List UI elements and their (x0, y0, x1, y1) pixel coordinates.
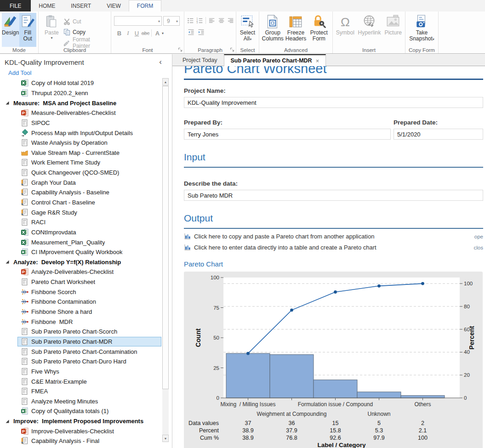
svg-text:37: 37 (245, 420, 251, 426)
underline-button[interactable]: U (132, 30, 141, 37)
ppt-file-icon: P (21, 427, 29, 435)
tree-item[interactable]: Sub Pareto Pareto Chart-Contamination (0, 346, 162, 357)
align-right-icon[interactable] (227, 17, 234, 24)
scroll-down-icon[interactable]: ▼ (162, 435, 169, 442)
tree-item[interactable]: Quick Changeover (QCO-SMED) (0, 168, 162, 178)
tree-item[interactable]: Sub Pareto Pareto Chart-MDR (17, 337, 161, 347)
select-all-button[interactable]: Select All▾ (238, 13, 257, 47)
tree-item[interactable]: PAnalyze-Deliverables-Checklist (0, 267, 162, 277)
tree-item[interactable]: PMeasure-Deliverables-Checklist (0, 108, 162, 118)
form-doc-icon (21, 139, 29, 147)
font-name-select[interactable]: ▾ (114, 16, 162, 26)
tree-item[interactable]: Fishbone Shore a hard (0, 307, 162, 317)
picture-button[interactable]: Picture (383, 13, 403, 47)
tree-item[interactable]: Fishbone MDR (0, 317, 162, 327)
tab-file[interactable]: FILE (0, 0, 31, 11)
expand-triangle-icon[interactable] (5, 101, 10, 105)
copy-paste-pareto-link[interactable]: Click here to copy and paste a Pareto ch… (184, 233, 483, 240)
prepared-date-input[interactable] (394, 129, 483, 140)
tab-form[interactable]: FORM (129, 0, 161, 11)
align-center-icon[interactable] (218, 17, 225, 24)
add-tool-link[interactable]: Add Tool (8, 69, 172, 76)
tree-item[interactable]: Waste Analysis by Operation (0, 138, 162, 148)
take-snapshot-button[interactable]: Take Snapshot▾ (407, 13, 436, 47)
align-left-icon[interactable] (208, 17, 215, 24)
tree-item[interactable]: Capability Analysis - Baseline (0, 187, 162, 198)
bullet-list-icon[interactable] (187, 17, 194, 24)
scrollbar-thumb[interactable] (162, 86, 169, 389)
enter-data-link[interactable]: Click here to enter data directly into a… (184, 244, 483, 251)
tree-item[interactable]: FMEA (0, 386, 162, 397)
bold-button[interactable]: B (115, 30, 124, 37)
tab-sub-pareto-pareto-chart-mdr[interactable]: Sub Pareto Pareto Chart-MDR × (224, 54, 326, 66)
close-tab-icon[interactable]: × (316, 57, 320, 64)
project-name-input[interactable] (184, 97, 483, 108)
describe-data-input[interactable] (184, 190, 483, 201)
tree-item[interactable]: Fishbone Contamination (0, 297, 162, 307)
design-button[interactable]: Design (2, 13, 19, 47)
tree-item[interactable]: Copy of Hold total 2019 (0, 78, 162, 88)
tree-item[interactable]: SIPOC (0, 118, 162, 128)
tree-item[interactable]: Capability Analysis - Final (0, 436, 162, 446)
indent-decrease-icon[interactable] (187, 28, 195, 36)
tree-item[interactable]: PImprove-Deliverables-Checklist (0, 426, 162, 436)
paragraph-dialog-launcher-icon[interactable] (230, 47, 234, 52)
tree-item[interactable]: Value Stream Map - CurrentState (0, 147, 162, 158)
tree-item[interactable]: Copy of Qualitydata totals (1) (0, 406, 162, 416)
tree-item[interactable]: Sub Pareto Pareto Chart-Duro Hard (0, 357, 162, 367)
tab-home[interactable]: HOME (31, 0, 63, 11)
form-doc-icon (21, 368, 29, 375)
svg-text:38.9: 38.9 (242, 427, 253, 434)
tree-section-header[interactable]: Improve: Implement Proposed Improvements (0, 416, 162, 426)
tree-section-header[interactable]: Analyze: Develop Y=f(X) Relationship (0, 257, 162, 267)
svg-text:50: 50 (213, 335, 219, 340)
tree-item[interactable]: CONtImprovdata (0, 227, 162, 238)
expand-triangle-icon[interactable] (5, 260, 10, 264)
tree-item[interactable]: Process Map with Input/Output Details (0, 128, 162, 138)
tab-insert[interactable]: INSERT (63, 0, 99, 11)
sidebar-scrollbar[interactable]: ▲ ▼ (162, 78, 169, 442)
expand-triangle-icon[interactable] (5, 419, 10, 424)
svg-text:Mixing / Milling Issues: Mixing / Milling Issues (220, 401, 275, 408)
strikethrough-button[interactable]: abc (141, 30, 150, 36)
font-color-button[interactable]: A (153, 30, 162, 37)
italic-button[interactable]: I (124, 29, 132, 37)
font-dialog-launcher-icon[interactable] (178, 47, 183, 52)
tab-view[interactable]: VIEW (99, 0, 129, 11)
tree-item[interactable]: RACI (0, 217, 162, 227)
fill-out-button[interactable]: Fill Out (19, 13, 37, 47)
format-painter-button[interactable]: Format Painter (63, 37, 109, 48)
numbered-list-icon[interactable]: 123 (196, 17, 203, 24)
tree-item-label: Measure-Deliverables-Checklist (31, 109, 116, 116)
font-size-select[interactable]: 9▾ (163, 16, 180, 26)
prepared-by-input[interactable] (184, 129, 391, 140)
ribbon-tab-bar: FILE HOME INSERT VIEW FORM (0, 0, 485, 11)
tree-item[interactable]: Five Whys (0, 367, 162, 377)
tree-item[interactable]: Pareto Chart Worksheet (0, 277, 162, 287)
tree-item[interactable]: C&E Matrix-Example (0, 376, 162, 386)
tree-item[interactable]: Fishbone Scorch (0, 287, 162, 297)
tree-item-label: Copy of Hold total 2019 (31, 79, 94, 86)
symbol-button[interactable]: Ω Symbol (335, 13, 356, 47)
tree-item[interactable]: Thruput 2020.2_kenn (0, 88, 162, 98)
tree-item[interactable]: Work Element Time Study (0, 158, 162, 168)
tree-item[interactable]: Control Chart - Baseline (0, 198, 162, 208)
protect-form-button[interactable]: Protect Form (308, 13, 331, 47)
paste-button[interactable]: Paste ▾ (40, 13, 63, 47)
collapse-panel-icon[interactable]: ‹ (159, 59, 162, 65)
tree-item[interactable]: Graph Your Data (0, 177, 162, 187)
tree-item[interactable]: Sub Pareto Pareto Chart-Scorch (0, 327, 162, 337)
tree-item[interactable]: CI IMprovement Quality Workbook (0, 247, 162, 257)
tree-item[interactable]: Analyze Meeting Minutes (0, 397, 162, 407)
tree-item[interactable]: Gage R&R Study (0, 207, 162, 217)
tab-project-today[interactable]: Project Today (176, 54, 224, 66)
freeze-headers-button[interactable]: Freeze Headers (284, 13, 307, 47)
group-columns-button[interactable]: Group Columns (261, 13, 284, 47)
hyperlink-button[interactable]: Hyperlink (356, 13, 383, 47)
tree-item[interactable]: Measurement_Plan_Quality (0, 237, 162, 247)
tree-section-header[interactable]: Measure: MSA and Project Baseline (0, 98, 162, 108)
scroll-up-icon[interactable]: ▲ (162, 78, 169, 85)
cut-button[interactable]: Cut (63, 16, 109, 27)
indent-increase-icon[interactable] (197, 28, 205, 36)
group-label-insert: Insert (333, 47, 405, 53)
